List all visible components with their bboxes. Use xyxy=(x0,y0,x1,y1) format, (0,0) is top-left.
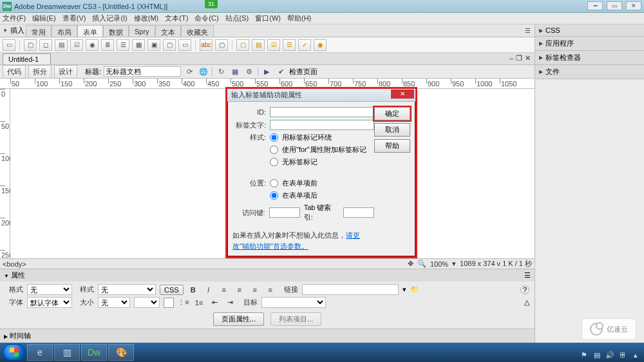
label-text-input[interactable] xyxy=(270,120,374,130)
insert-collapse-icon[interactable]: ▼ xyxy=(3,28,8,33)
form-tool-spry5[interactable]: ✓ xyxy=(298,39,311,51)
form-tool-file[interactable]: ▢ xyxy=(163,39,176,51)
tab-forms[interactable]: 表单 xyxy=(77,25,103,37)
form-tool-list[interactable]: ☰ xyxy=(117,39,129,51)
expand-icon[interactable]: △ xyxy=(524,298,529,307)
position-after-radio[interactable] xyxy=(270,191,278,200)
tab-text[interactable]: 文本 xyxy=(155,25,181,37)
form-tool-button[interactable]: ▭ xyxy=(178,39,191,51)
insert-menu-icon[interactable]: ☰ xyxy=(525,27,531,34)
menu-site[interactable]: 站点(S) xyxy=(225,14,249,23)
form-tool-jumpmenu[interactable]: ▦ xyxy=(132,39,145,51)
list-item-button[interactable]: 列表项目... xyxy=(270,312,321,326)
tool-hand-icon[interactable]: ✥ xyxy=(408,260,413,268)
tool-view-icon[interactable]: ▦ xyxy=(229,66,241,77)
tab-data[interactable]: 数据 xyxy=(103,25,129,37)
task-dreamweaver[interactable]: Dw xyxy=(81,344,107,361)
check-page-label[interactable]: 检查页面 xyxy=(289,67,317,77)
panel-application[interactable]: ▶应用程序 xyxy=(535,37,644,51)
bold-button[interactable]: B xyxy=(187,285,199,295)
doc-restore-icon[interactable]: ❐ xyxy=(516,54,522,62)
form-tool-hidden[interactable]: ◻ xyxy=(39,39,52,51)
outdent-icon[interactable]: ⇤ xyxy=(209,298,220,308)
indent-icon[interactable]: ⇥ xyxy=(224,298,236,308)
tool-check-icon[interactable]: ✔ xyxy=(275,66,287,77)
italic-button[interactable]: I xyxy=(203,285,214,295)
form-tool-checkbox[interactable]: ☑ xyxy=(70,39,83,51)
zoom-level[interactable]: 100% xyxy=(430,260,448,268)
cancel-button[interactable]: 取消 xyxy=(374,123,410,137)
close-button[interactable]: ✕ xyxy=(626,1,641,10)
form-tool-image[interactable]: ▣ xyxy=(147,39,160,51)
form-tool-label[interactable]: abc xyxy=(200,39,213,51)
style-none-radio[interactable] xyxy=(270,158,278,166)
zoom-dropdown-icon[interactable]: ▾ xyxy=(452,260,456,268)
title-input[interactable] xyxy=(104,66,181,77)
tag-selector[interactable]: <body> xyxy=(3,260,26,268)
tool-preview-icon[interactable]: ▶ xyxy=(261,66,272,77)
size-unit-select[interactable] xyxy=(134,297,160,308)
tray-network-icon[interactable]: ▤ xyxy=(592,350,601,359)
font-select[interactable]: 默认字体 xyxy=(27,297,72,308)
id-input[interactable] xyxy=(270,107,374,117)
tab-favorites[interactable]: 收藏夹 xyxy=(181,25,214,37)
view-code-button[interactable]: 代码 xyxy=(3,65,26,79)
maximize-button[interactable]: ▭ xyxy=(607,1,622,10)
tool-zoom-icon[interactable]: 🔍 xyxy=(417,260,426,268)
task-ie[interactable]: e xyxy=(27,344,53,361)
task-explorer[interactable]: ▥ xyxy=(54,344,80,361)
menu-file[interactable]: 文件(F) xyxy=(3,14,26,23)
tray-flag-icon[interactable]: ⚑ xyxy=(580,350,589,359)
menu-insert[interactable]: 插入记录(I) xyxy=(92,14,127,23)
form-tool-spry4[interactable]: ☰ xyxy=(283,39,296,51)
list-ul-icon[interactable]: ⋮≡ xyxy=(178,298,189,308)
view-split-button[interactable]: 拆分 xyxy=(28,65,52,79)
panel-css[interactable]: ▶CSS xyxy=(535,24,644,37)
start-button[interactable] xyxy=(3,344,26,361)
link-folder-icon[interactable]: 📁 xyxy=(410,285,419,294)
tray-sound-icon[interactable]: 🔊 xyxy=(605,350,614,359)
dialog-close-button[interactable]: ✕ xyxy=(391,90,414,99)
tool-options-icon[interactable]: ⚙ xyxy=(243,66,255,77)
form-tool-fieldset[interactable]: ▢ xyxy=(215,39,228,51)
align-left-icon[interactable]: ≡ xyxy=(218,285,230,295)
accesskey-input[interactable] xyxy=(269,207,300,218)
panel-menu-icon[interactable]: ☰ xyxy=(524,271,531,280)
menu-modify[interactable]: 修改(M) xyxy=(134,14,159,23)
menu-text[interactable]: 文本(T) xyxy=(165,14,188,23)
document-tab[interactable]: Untitled-1 xyxy=(3,53,51,64)
form-tool-radio[interactable]: ◉ xyxy=(86,39,99,51)
color-swatch[interactable] xyxy=(164,298,174,308)
menu-window[interactable]: 窗口(W) xyxy=(255,14,281,23)
style-wrap-radio[interactable] xyxy=(270,133,278,142)
css-button[interactable]: CSS xyxy=(160,285,184,295)
tray-chevron-icon[interactable]: ▴ xyxy=(631,350,640,359)
ok-button[interactable]: 确定 xyxy=(374,107,410,120)
style-select[interactable]: 无 xyxy=(98,284,156,295)
tool-globe-icon[interactable]: 🌐 xyxy=(198,66,209,77)
format-select[interactable]: 无 xyxy=(27,284,72,295)
tabindex-input[interactable] xyxy=(343,207,374,218)
form-tool-spry3[interactable]: ☑ xyxy=(267,39,280,51)
size-select[interactable]: 无 xyxy=(98,297,130,308)
menu-edit[interactable]: 编辑(E) xyxy=(32,14,56,23)
tab-layout[interactable]: 布局 xyxy=(52,25,77,37)
panel-tag-inspector[interactable]: ▶标签检查器 xyxy=(535,51,644,65)
doc-minimize-icon[interactable]: – xyxy=(509,54,513,62)
view-design-button[interactable]: 设计 xyxy=(54,65,77,79)
minimize-button[interactable]: ━ xyxy=(587,1,603,10)
tray-shield-icon[interactable]: ⛨ xyxy=(618,350,627,359)
style-for-radio[interactable] xyxy=(270,146,278,154)
tab-common[interactable]: 常用 xyxy=(26,25,52,37)
help-button[interactable]: 帮助 xyxy=(374,139,410,153)
tab-spry[interactable]: Spry xyxy=(129,25,155,37)
menu-help[interactable]: 帮助(H) xyxy=(287,14,311,23)
target-select[interactable] xyxy=(261,297,326,308)
menu-commands[interactable]: 命令(C) xyxy=(194,14,218,23)
tool-icon-1[interactable]: ⟳ xyxy=(184,66,195,77)
form-tool-form[interactable]: ▭ xyxy=(3,39,15,51)
tool-refresh-icon[interactable]: ↻ xyxy=(215,66,227,77)
help-icon[interactable]: ? xyxy=(520,285,529,294)
task-paint[interactable]: 🎨 xyxy=(108,344,134,361)
timeline-panel-header[interactable]: ▶ 时间轴 xyxy=(0,329,535,343)
